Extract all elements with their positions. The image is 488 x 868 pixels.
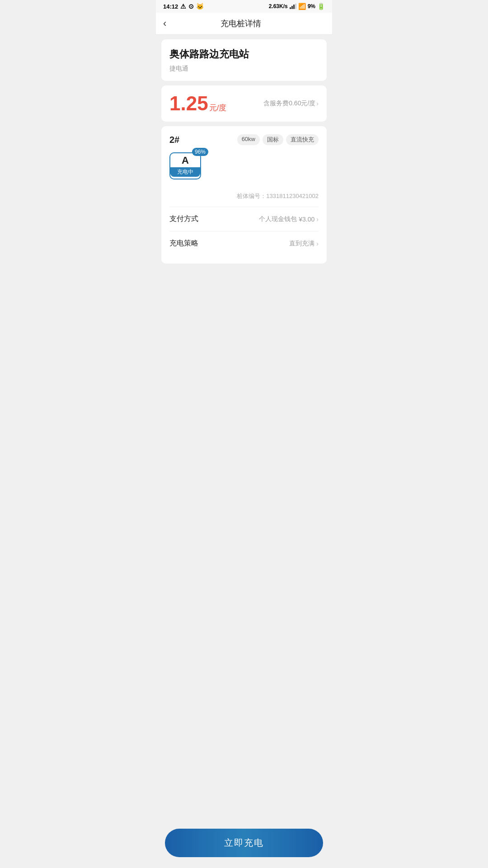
- service-chevron-icon: ›: [316, 100, 319, 107]
- price-unit: 元/度: [209, 103, 227, 113]
- cat-icon: 🐱: [196, 3, 204, 10]
- payment-value[interactable]: 个人现金钱包 ¥3.00 ›: [259, 215, 319, 223]
- page-title: 充电桩详情: [170, 18, 311, 29]
- time: 14:12: [163, 3, 178, 10]
- charger-header: 2# 60kw 国标 直流快充: [169, 134, 319, 145]
- pile-number: 桩体编号：1331811230421002: [169, 188, 319, 207]
- charger-box: 96% A 充电中: [169, 152, 201, 179]
- price-number: 1.25: [169, 94, 208, 113]
- price-main: 1.25 元/度: [169, 94, 226, 113]
- station-subtitle: 捷电通: [169, 65, 319, 73]
- wifi-icon: 📶: [298, 3, 306, 10]
- battery-percent: 9%: [308, 3, 315, 9]
- tag-power: 60kw: [237, 134, 260, 145]
- status-bar: 14:12 ⚠ ⊙ 🐱 2.63K/s 📶 9% 🔋: [156, 0, 332, 13]
- service-fee[interactable]: 含服务费0.60元/度 ›: [263, 99, 319, 108]
- charger-id: 2#: [169, 135, 179, 145]
- station-name: 奥体路路边充电站: [169, 47, 319, 61]
- station-card: 奥体路路边充电站 捷电通: [161, 39, 327, 81]
- charger-visual: 96% A 充电中: [169, 152, 210, 179]
- back-button[interactable]: ‹: [163, 19, 166, 28]
- pricing-card[interactable]: 1.25 元/度 含服务费0.60元/度 ›: [161, 85, 327, 122]
- cam-icon: ⊙: [188, 3, 194, 10]
- battery-icon: 🔋: [317, 3, 325, 10]
- payment-chevron-icon: ›: [316, 216, 319, 223]
- alert-icon: ⚠: [180, 3, 186, 10]
- strategy-row[interactable]: 充电策略 直到充满 ›: [169, 231, 319, 255]
- charger-tags: 60kw 国标 直流快充: [237, 134, 319, 145]
- charger-letter: A: [182, 156, 189, 165]
- signal-icon: [290, 4, 296, 9]
- tag-type: 直流快充: [286, 134, 319, 145]
- payment-method: 个人现金钱包: [259, 215, 297, 223]
- strategy-chevron-icon: ›: [316, 240, 319, 247]
- payment-label: 支付方式: [169, 214, 198, 224]
- strategy-label: 充电策略: [169, 239, 198, 248]
- status-right: 2.63K/s 📶 9% 🔋: [269, 3, 325, 10]
- tag-standard: 国标: [263, 134, 283, 145]
- service-fee-text: 含服务费0.60元/度: [263, 99, 315, 108]
- charger-percent: 96%: [192, 148, 208, 156]
- nav-bar: ‹ 充电桩详情: [156, 13, 332, 35]
- payment-row[interactable]: 支付方式 个人现金钱包 ¥3.00 ›: [169, 207, 319, 231]
- network-speed: 2.63K/s: [269, 3, 288, 9]
- strategy-value[interactable]: 直到充满 ›: [289, 240, 319, 248]
- status-left: 14:12 ⚠ ⊙ 🐱: [163, 3, 204, 10]
- payment-amount: ¥3.00: [299, 216, 314, 223]
- strategy-text: 直到充满: [289, 240, 314, 248]
- charger-status: 充电中: [170, 167, 200, 177]
- charger-card: 2# 60kw 国标 直流快充 96% A 充电中 桩体编号：133181123…: [161, 126, 327, 264]
- bottom-action-area: 立即充电: [156, 821, 332, 868]
- charge-button[interactable]: 立即充电: [165, 829, 323, 857]
